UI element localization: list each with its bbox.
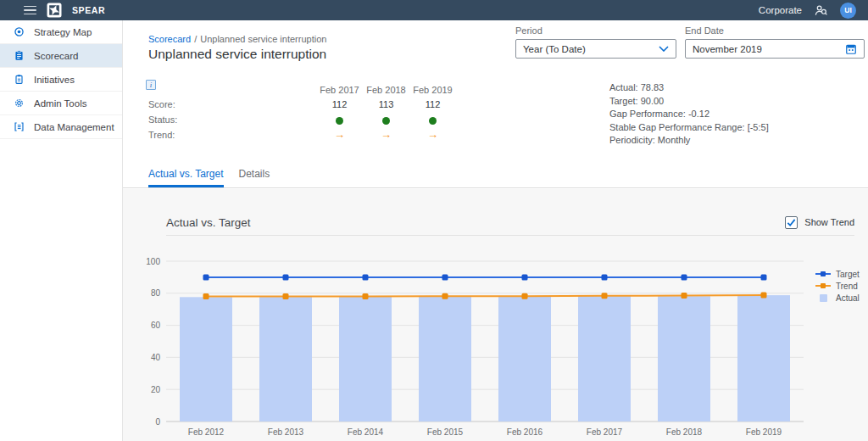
sidebar-item-scorecard[interactable]: Scorecard [0,44,122,68]
svg-text:Feb 2015: Feb 2015 [427,427,464,437]
legend-line-marker [815,285,831,287]
score-value: 112 [316,99,363,109]
svg-text:Feb 2012: Feb 2012 [188,427,225,437]
legend-line-marker [815,273,831,276]
trend-arrow-icon: → [409,129,456,141]
legend-item-target[interactable]: Target [815,268,860,280]
actual-vs-target-chart[interactable]: 020406080100Feb 2012Feb 2013Feb 2014Feb … [123,240,868,441]
svg-text:Feb 2013: Feb 2013 [268,427,304,437]
sidebar-item-label: Admin Tools [34,98,86,109]
svg-text:20: 20 [151,385,161,394]
score-value: 113 [363,99,409,109]
svg-text:Feb 2016: Feb 2016 [507,427,543,437]
svg-text:60: 60 [151,321,161,330]
status-dot-icon [429,117,437,125]
svg-text:0: 0 [155,417,160,427]
sidebar-item-admin-tools[interactable]: Admin Tools [0,92,122,115]
period-value: Year (To Date) [523,44,586,54]
breadcrumb-link-scorecard[interactable]: Scorecard [148,34,191,44]
kpi-status-row: Status: [148,113,456,126]
top-navbar: SPEAR Corporate UI [0,0,868,20]
kpi-column-header: Feb 2019 [409,85,456,95]
checkmark-icon [787,218,796,227]
kpi-score-values: 112113112 [316,99,456,109]
svg-text:40: 40 [151,353,161,362]
kpi-column-header: Feb 2017 [316,85,363,95]
kpi-column-header-row: Feb 2017Feb 2018Feb 2019 [148,83,456,97]
legend-label: Actual [836,293,860,303]
tab-details[interactable]: Details [239,168,270,187]
legend-label: Target [836,270,860,279]
status-dot-icon [382,117,390,125]
status-cell [409,114,456,125]
user-search-icon[interactable] [814,4,828,17]
legend-item-actual[interactable]: Actual [815,292,860,304]
trend-arrow-icon: → [316,129,363,141]
sidebar-item-label: Scorecard [34,51,78,61]
detail-line: Target: 90.00 [609,95,769,109]
detail-line: Periodicity: Monthly [609,134,769,148]
end-date-label: End Date [685,25,865,36]
sidebar: Strategy MapScorecardInitiativesAdmin To… [0,20,123,441]
sidebar-item-label: Data Management [34,122,114,132]
kpi-trend-row: Trend: →→→ [148,128,456,142]
svg-text:Feb 2019: Feb 2019 [746,427,782,437]
detail-line: Gap Performance: -0.12 [609,108,769,121]
scorecard-icon [14,50,25,61]
trend-arrow-icon: → [363,129,409,141]
sidebar-item-data-management[interactable]: Data Management [0,115,122,139]
kpi-status-values [316,114,456,125]
detail-line: Stable Gap Performance Range: [-5:5] [609,121,769,135]
chart-section: Actual vs. Target Show Trend 02040608010… [123,189,868,441]
status-dot-icon [336,117,343,125]
breadcrumb-separator: / [194,34,197,44]
trend-row-label: Trend: [148,130,316,140]
strategy-map-icon [14,26,25,37]
tab-bar: Actual vs. TargetDetails [148,168,270,187]
chart-legend: TargetTrendActual [815,268,860,304]
navbar-left: SPEAR [24,3,105,18]
admin-tools-icon [14,98,25,109]
chevron-down-icon [659,46,669,52]
show-trend-label: Show Trend [804,217,854,227]
svg-text:Feb 2018: Feb 2018 [666,427,703,437]
kpi-trend-values: →→→ [316,129,456,141]
legend-label: Trend [836,282,858,291]
kpi-score-row: Score: 112113112 [148,98,456,111]
period-select[interactable]: Year (To Date) [515,39,676,59]
period-field-group: Period Year (To Date) [515,25,676,59]
chart-toolbar: Actual vs. Target Show Trend [166,209,854,236]
end-date-field-group: End Date November 2019 [685,25,865,59]
app-name: SPEAR [72,5,105,15]
breadcrumb: Scorecard/Unplanned service interruption [148,34,326,44]
score-row-label: Score: [148,99,316,109]
kpi-details: Actual: 78.83Target: 90.00Gap Performanc… [609,81,769,148]
page-header: Scorecard/Unplanned service interruption… [123,20,868,188]
tab-actual-vs-target[interactable]: Actual vs. Target [148,168,224,187]
show-trend-checkbox[interactable] [785,216,798,229]
breadcrumb-current: Unplanned service interruption [200,34,326,44]
svg-text:100: 100 [146,257,160,266]
sidebar-item-label: Initiatives [34,75,75,85]
sidebar-item-initiatives[interactable]: Initiatives [0,68,122,92]
show-trend-toggle[interactable]: Show Trend [785,216,854,229]
spear-logo-icon [47,3,62,18]
kpi-column-header: Feb 2018 [363,85,409,95]
sidebar-item-strategy-map[interactable]: Strategy Map [0,20,122,44]
data-management-icon [14,121,25,132]
menu-icon[interactable] [24,6,36,15]
kpi-column-headers: Feb 2017Feb 2018Feb 2019 [316,85,456,95]
initiatives-icon [14,74,25,85]
end-date-value: November 2019 [693,44,762,54]
status-cell [316,114,363,125]
end-date-input[interactable]: November 2019 [685,39,865,59]
svg-text:Feb 2017: Feb 2017 [587,427,623,437]
context-label[interactable]: Corporate [759,5,802,15]
avatar[interactable]: UI [840,3,856,19]
detail-line: Actual: 78.83 [609,81,769,95]
sidebar-item-label: Strategy Map [34,27,92,37]
calendar-icon[interactable] [845,43,857,55]
legend-item-trend[interactable]: Trend [815,280,860,292]
page-title: Unplanned service interruption [148,47,326,62]
navbar-right: Corporate UI [759,3,856,19]
